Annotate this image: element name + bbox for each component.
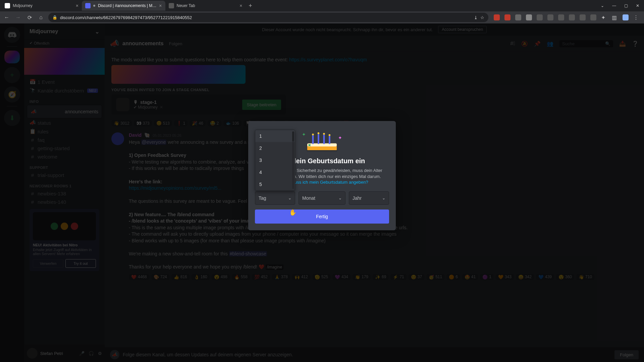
ext-icon[interactable] bbox=[569, 14, 575, 20]
menu-icon[interactable]: ⋮ bbox=[633, 14, 639, 20]
install-icon[interactable]: ⤓ bbox=[474, 15, 478, 20]
ext-icon[interactable] bbox=[515, 14, 521, 20]
sparkle-icon: ✦ bbox=[338, 135, 342, 140]
home-button[interactable]: ⌂ bbox=[37, 13, 45, 21]
close-icon[interactable]: × bbox=[76, 3, 78, 8]
tab-midjourney[interactable]: Midjourney × bbox=[1, 1, 82, 11]
sparkle-icon: ✦ bbox=[302, 132, 306, 137]
tab-title: Midjourney bbox=[13, 3, 33, 8]
maximize-icon[interactable]: ▢ bbox=[624, 3, 628, 8]
svg-point-10 bbox=[329, 134, 330, 136]
star-icon[interactable]: ☆ bbox=[480, 15, 484, 20]
tab-title: Neuer Tab bbox=[177, 3, 195, 8]
lock-icon: 🔒 bbox=[52, 15, 57, 20]
minimize-icon[interactable]: — bbox=[612, 3, 616, 8]
url-bar[interactable]: 🔒 discord.com/channels/66226797698429747… bbox=[48, 13, 488, 22]
ext-icon[interactable] bbox=[547, 14, 553, 20]
done-button[interactable]: Fertig bbox=[255, 209, 389, 224]
ext-icon[interactable] bbox=[537, 14, 543, 20]
date-selects: 1 2 3 4 5 Tag⌄ Monat⌄ Jahr⌄ bbox=[255, 191, 389, 205]
svg-rect-5 bbox=[318, 134, 319, 144]
year-select[interactable]: Jahr⌄ bbox=[349, 191, 389, 205]
browser-toolbar: ← → ⟳ ⌂ 🔒 discord.com/channels/662267976… bbox=[0, 11, 644, 23]
svg-rect-3 bbox=[312, 135, 314, 144]
tab-title: Discord | #announcements | M… bbox=[98, 3, 156, 8]
day-option[interactable]: 3 bbox=[255, 154, 295, 166]
window-controls: ⌄ — ▢ ✕ bbox=[601, 3, 644, 8]
favicon-icon bbox=[169, 3, 174, 8]
ext-icon[interactable] bbox=[590, 14, 596, 20]
chevron-down-icon: ⌄ bbox=[338, 196, 342, 200]
forward-button[interactable]: → bbox=[14, 13, 22, 21]
chevron-down-icon: ⌄ bbox=[382, 196, 385, 200]
url-text: discord.com/channels/662267976984297473/… bbox=[60, 15, 192, 20]
close-icon[interactable]: × bbox=[159, 3, 162, 8]
tab-discord[interactable]: Discord | #announcements | M… × bbox=[82, 1, 165, 11]
svg-rect-1 bbox=[307, 143, 337, 146]
ext-icon[interactable] bbox=[580, 14, 586, 20]
ext-icon[interactable] bbox=[494, 14, 500, 20]
ext-icon[interactable] bbox=[504, 14, 511, 20]
sparkle-icon: ✖ bbox=[308, 143, 311, 147]
new-tab-button[interactable]: + bbox=[246, 1, 255, 10]
day-option[interactable]: 1 bbox=[255, 130, 295, 142]
day-select[interactable]: Tag⌄ bbox=[255, 191, 295, 205]
side-panel-icon[interactable]: ▥ bbox=[612, 14, 618, 20]
month-select[interactable]: Monat⌄ bbox=[299, 191, 345, 205]
birthday-modal: ✦ ✦ ✖ Gib dein Geburtsdatum ein Um allen… bbox=[248, 121, 396, 230]
unread-dot-icon bbox=[93, 5, 95, 7]
day-dropdown[interactable]: 1 2 3 4 5 bbox=[255, 130, 295, 191]
day-select-wrap: 1 2 3 4 5 Tag⌄ bbox=[255, 191, 295, 205]
browser-chrome: Midjourney × Discord | #announcements | … bbox=[0, 0, 644, 23]
svg-point-4 bbox=[312, 133, 314, 135]
cake-icon bbox=[304, 128, 340, 153]
close-icon[interactable]: × bbox=[239, 3, 242, 8]
close-window-icon[interactable]: ✕ bbox=[636, 3, 639, 8]
month-select-wrap: Monat⌄ bbox=[299, 191, 345, 205]
ext-icon[interactable] bbox=[558, 14, 564, 20]
svg-rect-7 bbox=[323, 135, 325, 144]
svg-point-8 bbox=[323, 133, 325, 134]
chevron-down-icon[interactable]: ⌄ bbox=[601, 3, 604, 8]
year-select-wrap: Jahr⌄ bbox=[349, 191, 389, 205]
day-option[interactable]: 2 bbox=[255, 142, 295, 154]
tab-strip: Midjourney × Discord | #announcements | … bbox=[0, 0, 644, 11]
day-option[interactable]: 4 bbox=[255, 166, 295, 178]
favicon-icon bbox=[85, 3, 91, 8]
extensions: ✦ ▥ ⋮ bbox=[492, 14, 641, 20]
extensions-menu-icon[interactable]: ✦ bbox=[601, 14, 607, 20]
back-button[interactable]: ← bbox=[3, 13, 11, 21]
svg-point-6 bbox=[318, 132, 319, 134]
profile-avatar-icon[interactable] bbox=[623, 14, 629, 20]
chevron-down-icon: ⌄ bbox=[288, 196, 291, 200]
scroll-thumb[interactable] bbox=[292, 131, 294, 141]
svg-rect-9 bbox=[329, 136, 330, 144]
ext-icon[interactable] bbox=[526, 14, 532, 20]
tab-newtab[interactable]: Neuer Tab × bbox=[165, 1, 246, 11]
reload-button[interactable]: ⟳ bbox=[25, 13, 34, 21]
day-option[interactable]: 5 bbox=[255, 178, 295, 190]
favicon-icon bbox=[5, 3, 10, 8]
svg-rect-2 bbox=[307, 150, 337, 152]
